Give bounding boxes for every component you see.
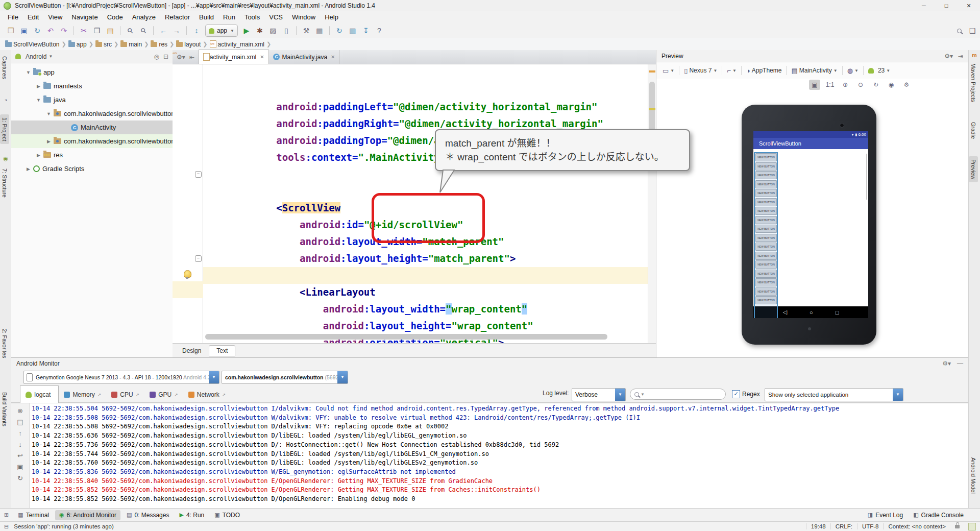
restart-icon[interactable]: ↻ <box>11 474 29 482</box>
project-structure-icon[interactable]: ▦ <box>313 25 326 36</box>
hide-tabs-icon[interactable]: ⇤ <box>189 54 194 61</box>
toolbar-separator[interactable] <box>74 26 74 35</box>
debug-icon[interactable]: ✱ <box>254 25 266 36</box>
logcat-filter-icon[interactable]: ▤ <box>11 418 29 426</box>
layout-variant-selector[interactable]: ▭▼ <box>663 67 674 75</box>
window-control-button[interactable]: ✕ <box>958 1 980 11</box>
run-configuration-combo[interactable]: app ▼ <box>205 25 238 37</box>
soft-wrap-icon[interactable]: ↩ <box>11 452 29 460</box>
coverage-icon[interactable]: ▨ <box>267 25 279 36</box>
filter-dropdown[interactable]: Show only selected application ▼ <box>765 388 903 401</box>
zoom-in-icon[interactable]: ⊕ <box>840 80 851 90</box>
breadcrumb-item[interactable]: res ❯ <box>151 41 175 48</box>
android-monitor-tab[interactable]: ◉ 6: Android Monitor <box>55 510 120 520</box>
menu-item[interactable]: Window <box>287 12 320 22</box>
locale-selector[interactable]: ◍▼ <box>847 67 859 75</box>
refresh-icon[interactable]: ↻ <box>870 80 881 90</box>
compare-icon[interactable]: ↕ <box>190 25 203 36</box>
encoding-indicator[interactable]: UTF-8 <box>857 523 884 529</box>
tree-expander-icon[interactable]: ▶ <box>35 84 42 89</box>
preview-pin-icon[interactable]: ⇥ <box>958 53 963 60</box>
breadcrumb-item[interactable]: activity_main.xml ❯ <box>210 40 273 48</box>
code-line[interactable]: android:paddingLeft="@dimen/activity_hor… <box>203 65 648 82</box>
context-indicator[interactable]: Context: <no context> <box>883 523 950 529</box>
messages-tab[interactable]: ▤ 0: Messages <box>122 510 173 520</box>
device-dropdown[interactable]: Genymotion Google Nexus 7 2013 - 4.3 - A… <box>23 371 219 384</box>
copy-icon[interactable]: ❐ <box>91 25 103 36</box>
cut-icon[interactable]: ✂ <box>78 25 90 36</box>
print-icon[interactable]: ▣ <box>11 463 29 471</box>
breadcrumb-item[interactable]: src ❯ <box>95 41 119 48</box>
tool-window-button-build-variants[interactable]: Build Variants <box>0 389 9 429</box>
terminate-icon[interactable]: ⊗ <box>11 407 29 415</box>
collapse-all-icon[interactable]: ⊟ <box>163 53 168 60</box>
sync-project-icon[interactable]: ⚒ <box>300 25 312 36</box>
gradle-sync-icon[interactable]: ↻ <box>333 25 346 36</box>
menu-item[interactable]: Run <box>218 12 240 22</box>
code-line[interactable]: android:layout_width="wrap_content" <box>203 267 648 284</box>
editor-gear-icon[interactable]: ⚙▾ <box>177 54 185 61</box>
close-icon[interactable]: ✕ <box>331 54 335 60</box>
chevron-down-icon[interactable]: ▼ <box>337 371 348 383</box>
horizontal-scrollbar[interactable] <box>205 334 642 340</box>
line-ending-indicator[interactable]: CRLF: <box>830 523 857 529</box>
orientation-selector[interactable]: ⌐▼ <box>727 67 737 75</box>
scroll-to-top-icon[interactable]: ↑ <box>11 429 29 437</box>
forward-icon[interactable]: → <box>170 25 183 36</box>
toolbar-separator[interactable] <box>153 26 154 35</box>
tool-window-toggle-icon[interactable]: ⊞ <box>4 512 9 518</box>
memory-indicator[interactable] <box>968 523 976 530</box>
zoom-out-icon[interactable]: ⊖ <box>855 80 866 90</box>
avd-manager-icon[interactable]: ▥ <box>347 25 359 36</box>
breadcrumb-item[interactable]: ScrollViewButton ❯ <box>5 41 67 48</box>
gradle-console-tab[interactable]: ◧ Gradle Console <box>909 510 968 520</box>
menu-item[interactable]: Navigate <box>67 12 102 22</box>
tree-row[interactable]: ▶ res <box>11 148 173 162</box>
vertical-scrollbar[interactable] <box>648 64 656 343</box>
tool-window-button-preview[interactable]: Preview <box>969 156 978 182</box>
tool-window-button-captures[interactable]: Captures <box>0 53 9 82</box>
terminal-tab[interactable]: ▦ Terminal <box>14 510 53 520</box>
scroll-to-end-icon[interactable]: ↓ <box>11 441 29 448</box>
run-tab[interactable]: ▶ 4: Run <box>175 510 208 520</box>
event-log-tab[interactable]: ◨ Event Log <box>864 510 907 520</box>
zoom-actual-icon[interactable]: 1:1 <box>824 80 836 90</box>
log-level-dropdown[interactable]: Verbose ▼ <box>572 388 626 401</box>
tree-expander-icon[interactable]: ▼ <box>35 98 42 103</box>
minimize-icon[interactable]: — <box>957 360 963 367</box>
toolbar-separator[interactable] <box>120 26 120 35</box>
chevron-down-icon[interactable]: ▼ <box>893 389 903 401</box>
tree-row[interactable]: MainActivity <box>11 120 173 134</box>
project-view-selector[interactable]: Android <box>26 53 46 60</box>
chevron-down-icon[interactable]: ▼ <box>615 389 625 401</box>
editor-tab[interactable]: MainActivity.java ✕ <box>269 50 340 64</box>
attach-debugger-icon[interactable]: ▯ <box>280 25 292 36</box>
zoom-fit-icon[interactable]: ▣ <box>809 80 820 90</box>
help-icon[interactable]: ? <box>373 25 385 36</box>
tree-row[interactable]: ▼ com.hakoniwadesign.scrollviewbutton <box>11 107 173 120</box>
tool-window-button-structure[interactable]: 7: Structure <box>0 165 9 201</box>
tree-expander-icon[interactable]: ▼ <box>24 70 32 75</box>
save-icon[interactable]: ▣ <box>18 25 30 36</box>
tree-row[interactable]: ▶ manifests <box>11 79 173 93</box>
tree-expander-icon[interactable]: ▶ <box>24 166 32 172</box>
tree-row[interactable]: ▶ com.hakoniwadesign.scrollviewbutton (a… <box>11 134 173 148</box>
toolbar-separator[interactable] <box>329 26 330 35</box>
todo-tab[interactable]: ▣ TODO <box>210 510 244 520</box>
redo-icon[interactable]: ↷ <box>58 25 70 36</box>
sdk-manager-icon[interactable]: ↧ <box>360 25 372 36</box>
logcat-search-input[interactable]: ▼ <box>630 389 726 400</box>
monitor-tab[interactable]: CPU ↗ <box>106 386 144 403</box>
chevron-down-icon[interactable]: ▼ <box>48 54 53 59</box>
tree-row[interactable]: ▶ Gradle Scripts <box>11 162 173 176</box>
intention-bulb-icon[interactable] <box>184 270 191 278</box>
tool-window-button-android-model[interactable]: Android Model <box>969 454 978 497</box>
device-selector[interactable]: ▯Nexus 7▼ <box>684 67 717 75</box>
tool-window-button-gradle[interactable]: Gradle <box>969 119 978 142</box>
run-icon[interactable]: ▶ <box>240 25 253 36</box>
device-nav-icon[interactable]: □ <box>836 309 839 316</box>
preview-gear-icon[interactable]: ⚙▾ <box>944 53 953 60</box>
tree-row[interactable]: ▼ app <box>11 65 173 79</box>
menu-item[interactable]: Edit <box>23 12 43 22</box>
menu-item[interactable]: Analyze <box>128 12 160 22</box>
